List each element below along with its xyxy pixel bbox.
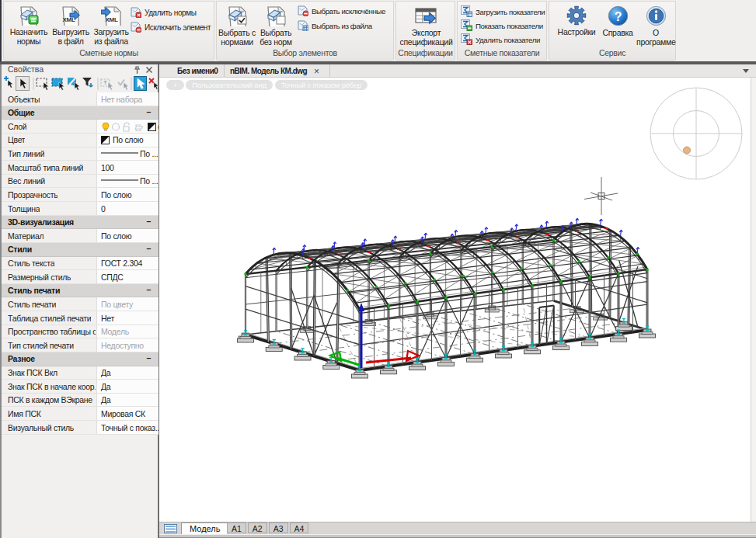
svg-text:0: 0 (158, 123, 159, 132)
svg-text:XML: XML (106, 16, 118, 23)
svg-text:?: ? (614, 10, 621, 23)
